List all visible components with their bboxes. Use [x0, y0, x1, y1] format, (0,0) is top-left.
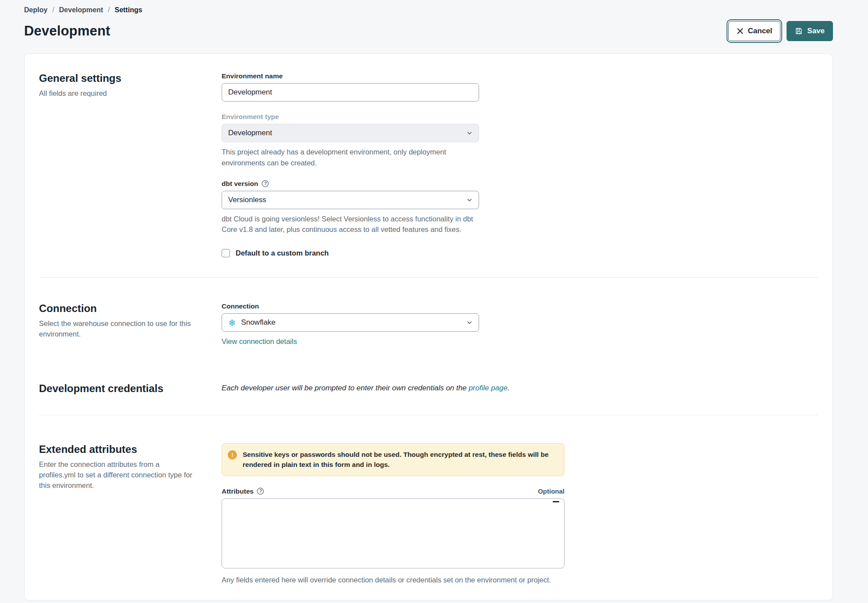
environment-type-select: Development: [222, 124, 479, 142]
attributes-editor-wrap: [222, 498, 565, 570]
environment-name-input[interactable]: [222, 83, 479, 102]
connection-value-wrap: ❄ Snowflake: [228, 318, 466, 327]
environment-type-help: This project already has a development e…: [222, 147, 479, 168]
page-title: Development: [24, 23, 110, 39]
settings-card: General settings All fields are required…: [24, 53, 833, 600]
attributes-label: Attributes: [222, 487, 254, 495]
breadcrumb-development[interactable]: Development: [59, 6, 103, 14]
cancel-button-label: Cancel: [748, 27, 773, 35]
profile-page-link[interactable]: profile page: [469, 384, 508, 392]
connection-heading-block: Connection Select the warehouse connecti…: [39, 302, 222, 346]
general-settings-subheading: All fields are required: [39, 88, 197, 99]
page-header: Development Cancel Save: [24, 21, 833, 41]
dbt-version-select[interactable]: Versionless: [222, 191, 479, 209]
extended-fields: ! Sensitive keys or passwords should not…: [222, 443, 818, 585]
section-development-credentials: Development credentials Each developer u…: [25, 346, 833, 415]
environment-type-label: Environment type: [222, 113, 479, 121]
general-settings-heading-block: General settings All fields are required: [39, 72, 222, 257]
breadcrumb-separator: /: [108, 6, 109, 14]
environment-type-field: Environment type Development This projec…: [222, 113, 479, 168]
svg-text:?: ?: [264, 181, 267, 186]
optional-badge: Optional: [538, 487, 565, 495]
extended-heading: Extended attributes: [39, 443, 222, 456]
custom-branch-checkbox-row[interactable]: Default to a custom branch: [222, 249, 818, 257]
breadcrumb-deploy[interactable]: Deploy: [24, 6, 47, 14]
credentials-note-text: Each developer user will be prompted to …: [222, 384, 469, 392]
breadcrumb-separator: /: [52, 6, 54, 14]
environment-settings-page: Deploy / Development / Settings Developm…: [0, 0, 868, 603]
credentials-note-suffix: .: [508, 384, 510, 392]
collapse-gutter-icon[interactable]: [553, 501, 559, 502]
attributes-label-wrap: Attributes ?: [222, 487, 264, 495]
dbt-version-field: dbt version ? Versionless dbt Cloud is g…: [222, 180, 479, 235]
warning-text: Sensitive keys or passwords should not b…: [243, 449, 556, 470]
connection-label: Connection: [222, 302, 479, 310]
custom-branch-checkbox[interactable]: [222, 249, 230, 257]
general-settings-heading: General settings: [39, 72, 222, 84]
dbt-version-help: dbt Cloud is going versionless! Select V…: [222, 214, 479, 235]
floppy-disk-icon: [795, 27, 803, 35]
header-actions: Cancel Save: [728, 21, 833, 41]
breadcrumb-settings: Settings: [115, 6, 142, 14]
breadcrumb: Deploy / Development / Settings: [24, 5, 833, 14]
close-icon: [737, 28, 744, 35]
section-general-settings: General settings All fields are required…: [25, 54, 833, 277]
connection-subheading: Select the warehouse connection to use f…: [39, 319, 214, 340]
cancel-button[interactable]: Cancel: [728, 21, 781, 41]
help-circle-icon[interactable]: ?: [261, 180, 269, 187]
chevron-down-icon: [466, 197, 473, 203]
sensitive-keys-warning: ! Sensitive keys or passwords should not…: [222, 443, 565, 476]
section-extended-attributes: Extended attributes Enter the connection…: [25, 415, 833, 600]
snowflake-icon: ❄: [228, 318, 236, 327]
dbt-version-value: Versionless: [228, 196, 466, 204]
dbt-version-label-row: dbt version ?: [222, 180, 479, 188]
credentials-heading: Development credentials: [39, 382, 222, 395]
credentials-note: Each developer user will be prompted to …: [222, 382, 818, 395]
connection-select[interactable]: ❄ Snowflake: [222, 313, 479, 332]
warning-icon: !: [228, 450, 237, 459]
attributes-editor[interactable]: [222, 498, 565, 568]
environment-type-value: Development: [228, 129, 466, 137]
chevron-down-icon: [466, 130, 473, 136]
svg-text:?: ?: [259, 488, 262, 494]
connection-heading: Connection: [39, 302, 222, 315]
chevron-down-icon: [466, 319, 473, 326]
save-button[interactable]: Save: [787, 21, 833, 41]
general-settings-fields: Environment name Environment type Develo…: [222, 72, 818, 257]
section-connection: Connection Select the warehouse connecti…: [25, 278, 833, 346]
dbt-version-label: dbt version: [222, 180, 258, 188]
environment-name-label: Environment name: [222, 72, 479, 80]
attributes-label-row: Attributes ? Optional: [222, 487, 565, 495]
custom-branch-label: Default to a custom branch: [236, 249, 329, 257]
extended-heading-block: Extended attributes Enter the connection…: [39, 443, 222, 585]
extended-subheading: Enter the connection attributes from a p…: [39, 459, 197, 491]
connection-value: Snowflake: [241, 318, 275, 327]
credentials-heading-block: Development credentials: [39, 382, 222, 395]
view-connection-details-link[interactable]: View connection details: [222, 337, 297, 346]
save-button-label: Save: [807, 27, 825, 35]
connection-fields: Connection ❄ Snowflake View connection d…: [222, 302, 818, 346]
attributes-help: Any fields entered here will override co…: [222, 575, 565, 585]
connection-field: Connection ❄ Snowflake View connection d…: [222, 302, 479, 346]
help-circle-icon[interactable]: ?: [257, 487, 264, 495]
environment-name-field: Environment name: [222, 72, 479, 102]
